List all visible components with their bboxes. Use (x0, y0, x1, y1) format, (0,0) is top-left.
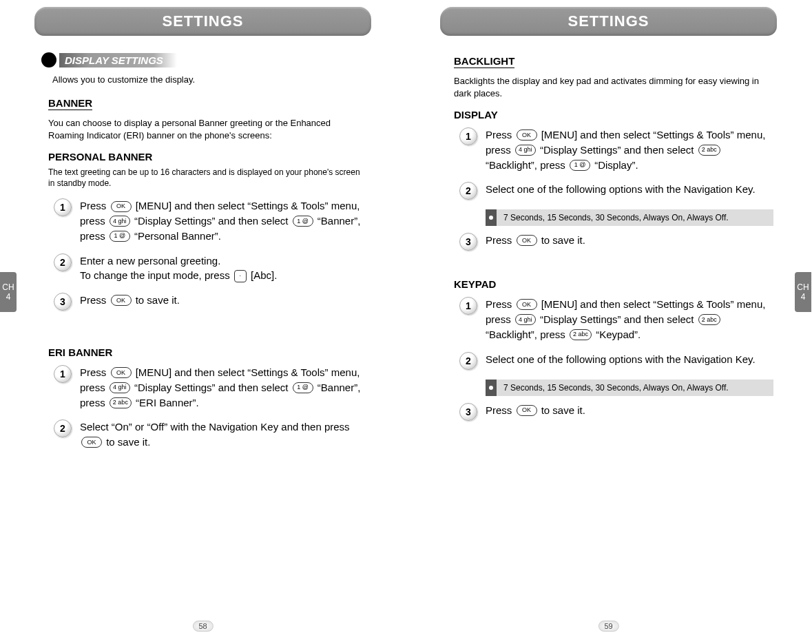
step-number: 2 (54, 419, 72, 437)
key-icon: OK (81, 437, 102, 448)
key-icon: 4 ghi (515, 145, 536, 156)
page-number: 59 (598, 621, 618, 632)
header-title: SETTINGS (162, 12, 243, 30)
banner-desc: You can choose to display a personal Ban… (48, 117, 368, 141)
key-icon: OK (111, 295, 132, 306)
key-icon: 2 abc (110, 397, 132, 408)
chapter-number: 4 (801, 292, 806, 302)
step-number: 3 (459, 403, 477, 421)
banner-title: BANNER (48, 97, 92, 110)
step: 1Press OK [MENU] and then select “Settin… (459, 297, 773, 342)
section-tag: DISPLAY SETTINGS (41, 52, 368, 67)
step-text: Press OK [MENU] and then select “Setting… (80, 198, 368, 243)
note-row: 7 Seconds, 15 Seconds, 30 Seconds, Alway… (486, 380, 773, 396)
section-dot-icon (41, 52, 56, 67)
step-text: Press OK to save it. (486, 233, 773, 248)
bullet-icon (486, 209, 497, 226)
step-number: 1 (459, 297, 477, 315)
page-number: 58 (192, 621, 213, 632)
step-number: 2 (54, 253, 72, 271)
key-icon: 1 @ (293, 216, 313, 227)
step: 2Select “On” or “Off” with the Navigatio… (54, 419, 368, 450)
key-icon: 4 ghi (515, 314, 536, 325)
key-icon: 2 abc (570, 329, 592, 340)
step-text: Press OK to save it. (80, 293, 368, 308)
content-left: DISPLAY SETTINGS Allows you to customize… (0, 36, 406, 450)
section-intro: Allows you to customize the display. (52, 74, 368, 85)
chapter-tab: CH 4 (0, 272, 17, 312)
step: 1Press OK [MENU] and then select “Settin… (459, 127, 773, 172)
display-title: DISPLAY (454, 109, 773, 121)
chapter-tab: CH 4 (795, 272, 811, 312)
header-title: SETTINGS (568, 12, 649, 30)
step-number: 3 (459, 233, 477, 251)
key-icon: 2 abc (698, 314, 720, 325)
key-icon: 4 ghi (110, 382, 130, 393)
step-number: 3 (54, 293, 72, 311)
note-row: 7 Seconds, 15 Seconds, 30 Seconds, Alway… (486, 209, 773, 226)
step: 3Press OK to save it. (459, 403, 773, 421)
section-label: DISPLAY SETTINGS (59, 53, 177, 67)
step-text: Press OK to save it. (486, 403, 773, 418)
step: 3Press OK to save it. (459, 233, 773, 251)
key-icon: OK (111, 367, 132, 378)
step-text: Select one of the following options with… (486, 182, 773, 197)
step-text: Press OK [MENU] and then select “Setting… (486, 127, 773, 172)
key-icon: 1 @ (110, 231, 130, 242)
personal-banner-title: PERSONAL BANNER (48, 151, 368, 163)
key-icon: OK (517, 129, 537, 141)
step-text: Select “On” or “Off” with the Navigation… (80, 419, 368, 450)
step-number: 1 (459, 127, 477, 145)
chapter-number: 4 (6, 292, 11, 302)
step: 1Press OK [MENU] and then select “Settin… (54, 198, 368, 243)
key-icon: · (234, 270, 247, 282)
note-text: 7 Seconds, 15 Seconds, 30 Seconds, Alway… (497, 380, 773, 396)
note-text: 7 Seconds, 15 Seconds, 30 Seconds, Alway… (497, 209, 773, 226)
header-tab: SETTINGS (34, 7, 371, 36)
step: 1Press OK [MENU] and then select “Settin… (54, 365, 368, 410)
key-icon: 2 abc (698, 145, 720, 156)
personal-banner-desc: The text greeting can be up to 16 charac… (48, 167, 368, 189)
chapter-label: CH (2, 282, 14, 292)
content-right: BACKLIGHT Backlights the display and key… (406, 36, 811, 421)
keypad-title: KEYPAD (454, 278, 773, 290)
step: 2Select one of the following options wit… (459, 182, 773, 200)
eri-banner-title: ERI BANNER (48, 346, 368, 358)
key-icon: 4 ghi (110, 216, 130, 227)
step-text: Enter a new personal greeting.To change … (80, 253, 368, 284)
key-icon: 1 @ (293, 382, 313, 393)
step-number: 1 (54, 365, 72, 383)
step-text: Press OK [MENU] and then select “Setting… (486, 297, 773, 342)
bullet-icon (486, 380, 497, 396)
key-icon: OK (517, 299, 537, 310)
step: 2Enter a new personal greeting.To change… (54, 253, 368, 284)
page-left: SETTINGS DISPLAY SETTINGS Allows you to … (0, 0, 406, 644)
step-number: 2 (459, 182, 477, 200)
chapter-label: CH (797, 282, 809, 292)
step-text: Select one of the following options with… (486, 352, 773, 367)
key-icon: OK (517, 235, 537, 246)
backlight-title: BACKLIGHT (454, 55, 514, 68)
step: 2Select one of the following options wit… (459, 352, 773, 370)
key-icon: OK (517, 405, 537, 416)
page-right: SETTINGS BACKLIGHT Backlights the displa… (406, 0, 811, 644)
key-icon: 1 @ (570, 160, 590, 171)
step-number: 2 (459, 352, 477, 370)
header-tab: SETTINGS (440, 7, 777, 36)
step-text: Press OK [MENU] and then select “Setting… (80, 365, 368, 410)
step-number: 1 (54, 198, 72, 216)
backlight-desc: Backlights the display and key pad and a… (454, 75, 773, 99)
step: 3Press OK to save it. (54, 293, 368, 311)
key-icon: OK (111, 201, 132, 212)
